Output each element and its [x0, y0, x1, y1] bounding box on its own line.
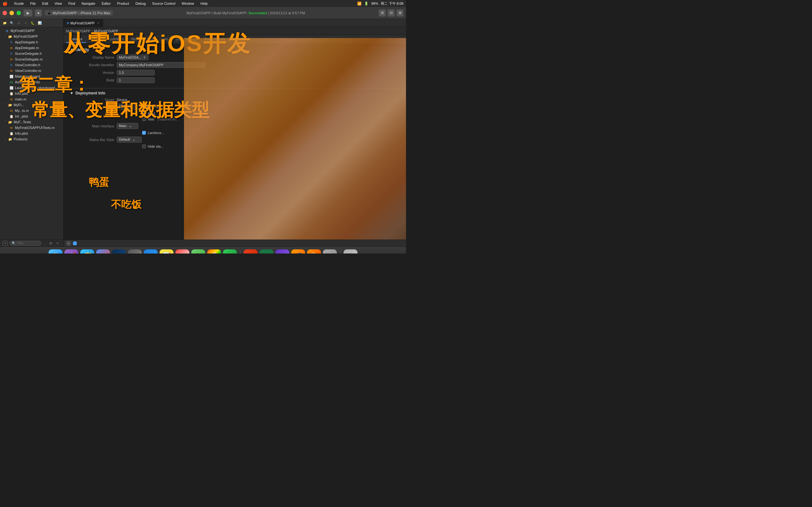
- sidebar-item-appdelegate-m[interactable]: m AppDelegate.m: [0, 45, 63, 51]
- sidebar-item-scenedelegate-m[interactable]: m SceneDelegate.m: [0, 56, 63, 62]
- dock-launchpad[interactable]: 🚀: [64, 249, 78, 254]
- ipad-checkbox[interactable]: [142, 112, 146, 115]
- inspector-toggle[interactable]: ⊠: [397, 9, 403, 16]
- sidebar-filter-icon[interactable]: ≡: [55, 240, 61, 246]
- main-interface-selector[interactable]: Main ⌄: [117, 123, 138, 129]
- apple-menu[interactable]: 🍎: [3, 1, 8, 6]
- menu-help[interactable]: Help: [199, 2, 209, 5]
- menu-edit[interactable]: Edit: [41, 2, 49, 5]
- ios-version-selector[interactable]: 13.2 ⌄: [117, 104, 137, 110]
- sidebar-item-launchscreen[interactable]: ⬜ LaunchScreen.storyboard: [0, 85, 63, 91]
- tab-info[interactable]: Info: [158, 36, 171, 43]
- sidebar-item-tests-plist[interactable]: 📋 Inf...plist: [0, 113, 63, 119]
- sidebar-item-main-m[interactable]: m main.m: [0, 96, 63, 102]
- menu-view[interactable]: View: [53, 2, 63, 5]
- sidebar-label-uitests-m: MyFirstiOSAPPUITests.m: [15, 126, 55, 130]
- dock-facetime[interactable]: 📹: [223, 249, 237, 254]
- stop-button[interactable]: ■: [35, 9, 42, 16]
- warning-icon[interactable]: ⚠: [16, 20, 21, 26]
- sidebar-item-info-plist[interactable]: 📋 Info.plist: [0, 91, 63, 96]
- photos-icon: 🌸: [210, 252, 218, 254]
- tab-build-phases[interactable]: Build Phases: [201, 36, 229, 43]
- sidebar-item-group-main[interactable]: › 📂 MyFirstiOSAPP: [0, 34, 63, 39]
- status-bar-selector[interactable]: Default ⌄: [117, 136, 142, 143]
- debug-icon[interactable]: 🐛: [30, 20, 36, 26]
- folder-icon[interactable]: 📁: [2, 20, 8, 26]
- deployment-collapse-icon[interactable]: ▼: [70, 91, 73, 95]
- add-file-button[interactable]: +: [3, 241, 8, 246]
- sidebar-item-products[interactable]: › 📁 Products: [0, 136, 63, 142]
- dock-maps[interactable]: 🗺: [191, 249, 205, 254]
- dock-unity[interactable]: ⬡: [128, 249, 142, 254]
- menu-editor[interactable]: Editor: [100, 2, 112, 5]
- version-input[interactable]: [117, 70, 155, 75]
- collapse-icon[interactable]: ▼: [70, 48, 73, 52]
- tab-general[interactable]: General: [66, 36, 86, 43]
- sidebar-item-tests-m[interactable]: m My...ts.m: [0, 108, 63, 113]
- dock-finder[interactable]: 🙂: [49, 249, 62, 254]
- iphone-checkbox[interactable]: [145, 105, 149, 109]
- menu-window[interactable]: Window: [181, 2, 195, 5]
- dock-iamovie[interactable]: ⭐: [275, 249, 289, 254]
- tab-build-rules[interactable]: Build Rules: [229, 36, 254, 43]
- dock-calendar[interactable]: 📅: [175, 249, 189, 254]
- menu-xcode[interactable]: Xcode: [13, 2, 25, 5]
- dock-music[interactable]: 🎵: [291, 249, 305, 254]
- scheme-selector[interactable]: 📱 MyFirstiOSAPP › iPhone 11 Pro Max: [44, 10, 113, 15]
- sidebar-item-viewcontroller-m[interactable]: m ViewController.m: [0, 68, 63, 73]
- tab-close-icon[interactable]: ✕: [97, 21, 100, 25]
- run-button[interactable]: ▶: [23, 9, 32, 16]
- dock-vinyls[interactable]: 🎨: [307, 249, 321, 254]
- menu-navigate[interactable]: Navigate: [80, 2, 96, 5]
- dock-preferences[interactable]: ⚙: [323, 249, 337, 254]
- navigator-toggle[interactable]: ⊞: [379, 9, 386, 16]
- debug-toggle-btn[interactable]: ≡: [66, 241, 71, 246]
- menu-product[interactable]: Product: [116, 2, 131, 5]
- close-button[interactable]: [3, 11, 7, 15]
- debug-toggle[interactable]: ⊟: [388, 9, 395, 16]
- test-icon[interactable]: ✓: [23, 20, 29, 26]
- tab-resource-tags[interactable]: Resource Tags: [128, 36, 158, 43]
- jump-project[interactable]: MyFirstiOSAPP: [66, 29, 90, 33]
- menu-source-control[interactable]: Source Control: [151, 2, 176, 5]
- dock-photoshop[interactable]: Ps: [112, 249, 126, 254]
- menu-file[interactable]: File: [29, 2, 37, 5]
- dock-notes[interactable]: 📝: [159, 249, 173, 254]
- dock-excel[interactable]: X: [259, 249, 273, 254]
- dropdown-arrow[interactable]: ▼: [143, 55, 146, 59]
- dock-divider2: [340, 250, 340, 254]
- bundle-id-input[interactable]: [117, 62, 206, 68]
- mac-checkbox[interactable]: [142, 117, 146, 121]
- dock-xcode[interactable]: ⚒: [144, 249, 158, 254]
- minimize-button[interactable]: [9, 11, 14, 15]
- build-input[interactable]: [117, 77, 155, 83]
- sidebar-item-uitests-m[interactable]: m MyFirstiOSAPPUITests.m: [0, 125, 63, 130]
- jump-file[interactable]: MyFirstiOSAPP: [94, 29, 118, 33]
- sidebar-config-icon[interactable]: ⊞: [48, 240, 54, 246]
- dock-chrome[interactable]: ⊙: [96, 249, 110, 254]
- sidebar-item-project-root[interactable]: › ⊞ MyFirstiOSAPP: [0, 28, 63, 34]
- dock-powerpoint[interactable]: P: [244, 249, 258, 254]
- editor-tab-myFirstiOSAPP[interactable]: ⊞ MyFirstiOSAPP ✕: [63, 19, 103, 27]
- sidebar-item-scenedelegate-h[interactable]: h SceneDelegate.h: [0, 51, 63, 56]
- menu-find[interactable]: Find: [67, 2, 77, 5]
- report-icon[interactable]: 📊: [37, 20, 43, 26]
- search-icon[interactable]: 🔍: [9, 20, 14, 26]
- dock-photos[interactable]: 🌸: [207, 249, 221, 254]
- sidebar-item-group-uitests[interactable]: › 📂 MyF...Tests: [0, 119, 63, 125]
- sidebar-item-group-tests[interactable]: › 📂 MyFi...: [0, 102, 63, 108]
- menu-debug[interactable]: Debug: [134, 2, 147, 5]
- sidebar-item-main-storyboard[interactable]: ⬜ Main.storyboard: [0, 73, 63, 79]
- sidebar-item-uitests-plist[interactable]: 📋 Info.plist: [0, 130, 63, 136]
- maximize-button[interactable]: [16, 11, 21, 15]
- sidebar-item-appdelegate-h[interactable]: h AppDelegate.h: [0, 39, 63, 45]
- hide-status-checkbox[interactable]: [142, 145, 146, 148]
- maps-icon: 🗺: [195, 252, 202, 254]
- sidebar-item-viewcontroller-h[interactable]: h ViewController.h: [0, 62, 63, 68]
- landscape-checkbox[interactable]: [142, 131, 146, 135]
- dock-safari[interactable]: 🧭: [80, 249, 94, 254]
- dock-trash[interactable]: 🗑: [344, 249, 357, 254]
- tab-signing[interactable]: Signing & Capabilities: [86, 36, 128, 43]
- tab-build-settings[interactable]: Build Settings: [172, 36, 201, 43]
- sidebar-item-assets[interactable]: 🗃 Assets.xcassets: [0, 79, 63, 85]
